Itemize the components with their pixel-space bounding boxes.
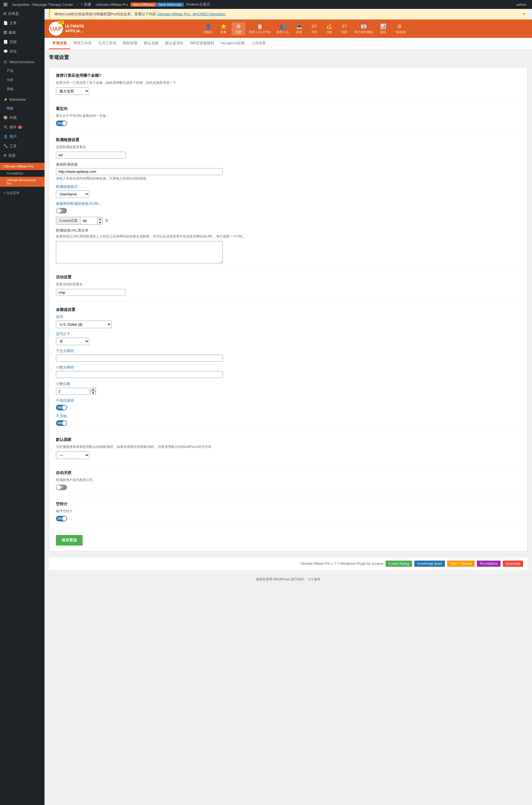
sub-tab-admin-workflow[interactable]: 管理工作流 — [70, 38, 95, 49]
sub-tab-default-redeem[interactable]: 默认兑换 — [141, 38, 162, 49]
footer-rating-badge[interactable]: 5-stars Rating — [386, 561, 412, 567]
format-label: 附属链接格式： — [56, 184, 520, 189]
cookie-value-input[interactable] — [80, 218, 97, 224]
adminbar-modeen[interactable]: Modeen主题店 — [184, 2, 212, 7]
sub-tab-recaptcha[interactable]: reCaptcha设置 — [217, 38, 248, 49]
plugin-nav-general[interactable]: ⚙ 一般选项 — [391, 22, 408, 35]
sub-tab-general[interactable]: 常规设置 — [49, 38, 70, 49]
adminbar-referrals[interactable]: New Referrals — [156, 2, 184, 7]
no-commission-toggle[interactable]: ON — [56, 420, 67, 426]
activity-desc: 设置活动的变量名 — [56, 282, 520, 287]
plugin-nav-plans[interactable]: ⭐ 套餐 — [216, 22, 230, 35]
no-tax-toggle[interactable]: ON — [56, 405, 67, 410]
decimal-increment[interactable]: ▲ — [91, 388, 96, 391]
plugin-nav-coupons[interactable]: 🏷 优惠 — [337, 22, 351, 35]
sidebar-item-products[interactable]: 产品 — [0, 66, 44, 75]
sidebar-item-appearance[interactable]: 🎨外观 — [0, 113, 44, 123]
decimal-places-input-wrap: ▲ ▼ — [56, 388, 520, 395]
whitelist-textarea[interactable] — [56, 241, 223, 263]
sidebar-item-dashboard[interactable]: ⊞仪表盘 — [0, 9, 44, 18]
sidebar-item-elementor[interactable]: ⚡Elementor — [0, 95, 44, 104]
no-tax-label: 不包括退税 — [56, 398, 520, 403]
sidebar-item-settings[interactable]: ⚙设置 — [0, 151, 44, 160]
sub-tab-public-workflow[interactable]: 公共工作流 — [95, 38, 120, 49]
sidebar-item-tools[interactable]: 🔧工具 — [0, 142, 44, 151]
sidebar-item-users[interactable]: 👤用户 — [0, 132, 44, 142]
plugin-nav-payment[interactable]: 💰 付款 — [322, 22, 336, 35]
cookie-decrement[interactable]: ▼ — [97, 221, 102, 224]
position-select[interactable]: 开 — [56, 338, 89, 345]
cookie-increment[interactable]: ▲ — [97, 217, 102, 221]
whitelist-desc: 如果您想让URL用到附属意上上特定公众有网站的链接生成标签，你可以在这里放置年份… — [56, 234, 520, 239]
footer-tutorials-badge[interactable]: Video Tutorials — [447, 561, 475, 567]
footer-addons-badge[interactable]: Pro AddOns — [477, 561, 500, 567]
main-content: 将MyCred积分奖励系统与终极联盟Pro结合起来。查看以下内容 Ultimat… — [44, 9, 532, 805]
sub-tab-wp-dashboard[interactable]: WP仪表版级别 — [187, 38, 217, 49]
toggle-knob-6 — [62, 516, 66, 521]
currency-select[interactable]: U.S. Dollar ($) — [56, 321, 112, 328]
sub-tab-default-direct[interactable]: 默认是否向 — [162, 38, 187, 49]
bio-toggle[interactable]: ON — [56, 516, 67, 521]
decimals-input[interactable] — [56, 371, 223, 378]
redirect-toggle[interactable]: ON — [56, 120, 67, 126]
plugin-nav-activate[interactable]: 🏷 启动 — [307, 22, 321, 35]
wp-footer-text: 感谢您使用 WordPress 进行创作。 — [256, 577, 307, 581]
sub-tabs: 常规设置 管理工作流 公共工作流 限制设置 默认兑换 默认是否向 WP仪表版级别… — [44, 38, 532, 50]
adminbar-uap[interactable]: Ultimate Affiliate Pro — [94, 2, 131, 7]
sidebar-item-membership[interactable]: Ultimate Membership Pro — [0, 177, 44, 187]
coupons-icon: 🏷 — [342, 23, 347, 29]
redirect-toggle-wrap: ON — [56, 120, 520, 126]
toggle-knob-2 — [56, 208, 61, 213]
sidebar: ⊞仪表盘 📄文章 🖼媒体 📃页面 💬评论 🛒WooCommerce 产品 分析 … — [0, 9, 44, 805]
decimal-places-input[interactable] — [56, 388, 89, 395]
plugin-nav-reports[interactable]: 📊 报告 — [376, 22, 390, 35]
sidebar-item-woocommerce[interactable]: 🛒WooCommerce — [0, 58, 44, 66]
adminbar-affiliates[interactable]: New Affiliates — [131, 2, 157, 7]
notice-link[interactable]: Ultimate Affiliate Pro - MyCRED Integrat… — [157, 12, 226, 16]
thousands-input[interactable] — [56, 355, 223, 361]
toggle-knob-4 — [62, 421, 66, 425]
cpw-icon: 📋 — [257, 23, 263, 30]
sidebar-item-uap[interactable]: Ultimate Affiliate Pro — [0, 163, 44, 170]
adminbar-dashboard[interactable]: + 新建 — [79, 2, 94, 7]
sidebar-item-pages[interactable]: 📃页面 — [0, 37, 44, 47]
sidebar-item-pro-addons[interactable]: Pro AddOns — [0, 170, 44, 177]
adminbar-user[interactable]: admin — [514, 2, 529, 7]
sub-tab-restriction[interactable]: 限制设置 — [120, 38, 141, 49]
sidebar-item-marketing[interactable]: 营销 — [0, 85, 44, 94]
param-input[interactable] — [56, 152, 126, 159]
sidebar-item-posts[interactable]: 📄文章 — [0, 18, 44, 28]
plugin-nav-referrals[interactable]: 👥 推荐人员 — [274, 22, 291, 35]
format-select[interactable]: UserName — [56, 190, 89, 198]
divider-5 — [56, 431, 520, 432]
custom-url-toggle[interactable]: OFF — [56, 208, 67, 213]
sidebar-item-collapse[interactable]: « 合起菜单 — [0, 189, 44, 197]
auto-affiliate-toggle[interactable]: OFF — [56, 485, 67, 490]
footer-kb-badge[interactable]: Knowledge Base — [414, 561, 445, 567]
recommend-amount-title: 推荐计算应使用哪个金额? — [56, 73, 520, 78]
activity-param-input[interactable] — [56, 289, 126, 296]
settings-card: 推荐计算应使用哪个金额? 如果为同一订单设置了多个金额，如给某种数目成多个价钥，… — [49, 67, 528, 551]
footer-download-badge[interactable]: Download — [503, 561, 523, 567]
recommend-amount-select[interactable]: 最大全部 — [56, 88, 89, 95]
decimal-decrement[interactable]: ▼ — [91, 391, 96, 395]
adminbar-site[interactable]: Jacqueline - Massage Therapy Center — [10, 2, 75, 7]
sidebar-item-templates[interactable]: 模板 — [0, 104, 44, 113]
divider-6 — [56, 465, 520, 465]
sub-tab-upload[interactable]: 上传设置 — [248, 38, 269, 49]
base-input[interactable] — [56, 168, 223, 175]
save-button[interactable]: 保存更改 — [56, 535, 83, 546]
sidebar-item-media[interactable]: 🖼媒体 — [0, 28, 44, 37]
settings-icon: ⚙ — [236, 23, 241, 30]
plugin-nav-withdraw[interactable]: 💻 提现 — [292, 22, 306, 35]
notice-dismiss-button[interactable]: × — [522, 11, 525, 17]
activate-icon: 🏷 — [311, 23, 317, 29]
plugin-nav-dashboard[interactable]: 👤 控制台 — [202, 22, 215, 35]
plugin-nav-email[interactable]: 📧 电子邮件模板 — [352, 22, 375, 35]
plugin-nav-settings[interactable]: ⚙ 设置 — [231, 22, 245, 35]
sidebar-item-plugins[interactable]: 🔌插件 1 — [0, 123, 44, 132]
sidebar-item-comments[interactable]: 💬评论 — [0, 47, 44, 56]
sidebar-item-analytics[interactable]: 分析 — [0, 75, 44, 85]
country-select[interactable]: — — [56, 451, 89, 459]
plugin-nav-cpw[interactable]: 📋 推荐人员 (CPW) — [247, 22, 273, 35]
